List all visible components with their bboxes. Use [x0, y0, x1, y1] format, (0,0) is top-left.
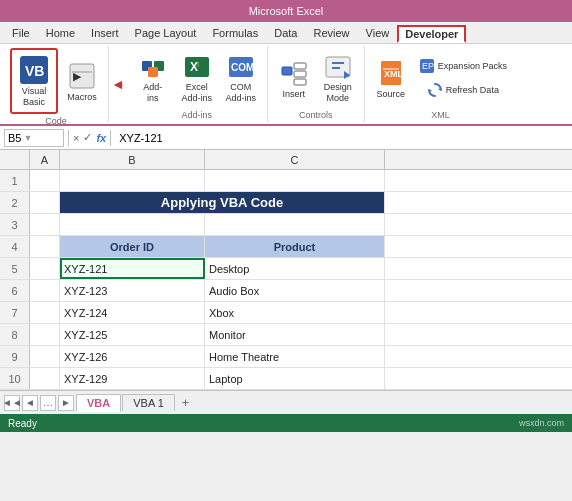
- cell-ref-dropdown[interactable]: ▼: [23, 133, 32, 143]
- menu-home[interactable]: Home: [38, 25, 83, 41]
- watermark-text: wsxdn.com: [519, 418, 564, 428]
- cell-c8[interactable]: Monitor: [205, 324, 385, 345]
- menu-view[interactable]: View: [358, 25, 398, 41]
- svg-rect-7: [148, 67, 158, 77]
- cell-a9[interactable]: [30, 346, 60, 367]
- menu-review[interactable]: Review: [305, 25, 357, 41]
- cell-b3[interactable]: [60, 214, 205, 235]
- status-bar: Ready wsxdn.com: [0, 414, 572, 432]
- menu-developer[interactable]: Developer: [397, 25, 466, 43]
- excel-addins-icon: X !: [181, 52, 213, 82]
- addins-button[interactable]: Add-ins: [133, 49, 173, 107]
- row-num-3: 3: [0, 214, 30, 235]
- menu-formulas[interactable]: Formulas: [204, 25, 266, 41]
- row-7: 7 XYZ-124 Xbox: [0, 302, 572, 324]
- cell-c1[interactable]: [205, 170, 385, 191]
- cell-b5[interactable]: XYZ-121: [60, 258, 205, 279]
- cell-b10[interactable]: XYZ-129: [60, 368, 205, 389]
- expansion-packs-button[interactable]: EP Expansion Packs: [415, 55, 510, 77]
- col-header-c: C: [205, 150, 385, 169]
- cell-c3[interactable]: [205, 214, 385, 235]
- ribbon-xml-group: XML Source EP Expansion Packs: [365, 46, 516, 122]
- formula-confirm-icon[interactable]: ✓: [83, 131, 92, 144]
- row-9: 9 XYZ-126 Home Theatre: [0, 346, 572, 368]
- cell-b6[interactable]: XYZ-123: [60, 280, 205, 301]
- excel-addins-button[interactable]: X ! ExcelAdd-ins: [177, 49, 217, 107]
- tab-nav-ellipsis[interactable]: …: [40, 395, 56, 411]
- excel-addins-label: ExcelAdd-ins: [182, 82, 213, 104]
- insert-function-icon[interactable]: fx: [96, 132, 106, 144]
- ribbon-controls-items: Insert DesignMode: [274, 48, 358, 108]
- cell-a6[interactable]: [30, 280, 60, 301]
- cell-b7[interactable]: XYZ-124: [60, 302, 205, 323]
- refresh-data-label: Refresh Data: [446, 85, 499, 95]
- refresh-data-button[interactable]: Refresh Data: [415, 79, 510, 101]
- menu-file[interactable]: File: [4, 25, 38, 41]
- design-mode-button[interactable]: DesignMode: [318, 49, 358, 107]
- cell-a5[interactable]: [30, 258, 60, 279]
- insert-label: Insert: [283, 89, 306, 100]
- cell-b8[interactable]: XYZ-125: [60, 324, 205, 345]
- cell-c7[interactable]: Xbox: [205, 302, 385, 323]
- arrow-left-icon: ◄: [111, 76, 125, 92]
- design-mode-label: DesignMode: [324, 82, 352, 104]
- source-label: Source: [377, 89, 406, 100]
- cell-a7[interactable]: [30, 302, 60, 323]
- expansion-packs-label: Expansion Packs: [438, 61, 507, 71]
- svg-text:EP: EP: [422, 61, 434, 71]
- menu-page-layout[interactable]: Page Layout: [127, 25, 205, 41]
- cell-a4[interactable]: [30, 236, 60, 257]
- ribbon-xml-items: XML Source EP Expansion Packs: [371, 48, 510, 108]
- cell-a8[interactable]: [30, 324, 60, 345]
- arrow-indicator: ◄: [109, 46, 127, 122]
- formula-divider: [68, 130, 69, 146]
- header-order-id[interactable]: Order ID: [60, 236, 205, 257]
- com-addins-button[interactable]: COM COMAdd-ins: [221, 49, 261, 107]
- title-bar: Microsoft Excel: [0, 0, 572, 22]
- insert-icon: [278, 57, 310, 89]
- row-2: 2 Applying VBA Code: [0, 192, 572, 214]
- cell-a1[interactable]: [30, 170, 60, 191]
- header-product[interactable]: Product: [205, 236, 385, 257]
- source-icon: XML: [375, 57, 407, 89]
- insert-button[interactable]: Insert: [274, 49, 314, 107]
- addins-icon: [137, 52, 169, 82]
- macros-button[interactable]: ▶ Macros: [62, 52, 102, 110]
- cell-c5[interactable]: Desktop: [205, 258, 385, 279]
- cell-c9[interactable]: Home Theatre: [205, 346, 385, 367]
- tab-nav-first[interactable]: ◄◄: [4, 395, 20, 411]
- title-cell[interactable]: Applying VBA Code: [60, 192, 385, 213]
- ribbon: VB VisualBasic ▶ Macros Code: [0, 44, 572, 126]
- sheet-tab-vba[interactable]: VBA: [76, 394, 121, 412]
- status-ready: Ready: [8, 418, 37, 429]
- ribbon-code-items: VB VisualBasic ▶ Macros: [10, 48, 102, 114]
- formula-cancel-icon[interactable]: ×: [73, 132, 79, 144]
- tab-nav-next[interactable]: ►: [58, 395, 74, 411]
- design-mode-icon: [322, 52, 354, 82]
- row-num-7: 7: [0, 302, 30, 323]
- tab-nav-prev[interactable]: ◄: [22, 395, 38, 411]
- add-sheet-button[interactable]: +: [176, 393, 196, 412]
- col-header-a: A: [30, 150, 60, 169]
- menu-insert[interactable]: Insert: [83, 25, 127, 41]
- addins-label: Add-ins: [143, 82, 162, 104]
- svg-rect-14: [294, 63, 306, 69]
- com-addins-icon: COM: [225, 52, 257, 82]
- cell-a10[interactable]: [30, 368, 60, 389]
- svg-text:COM: COM: [231, 62, 254, 73]
- sheet-tab-vba1[interactable]: VBA 1: [122, 394, 175, 411]
- col-header-b: B: [60, 150, 205, 169]
- cell-c6[interactable]: Audio Box: [205, 280, 385, 301]
- cell-b9[interactable]: XYZ-126: [60, 346, 205, 367]
- visual-basic-icon: VB: [18, 54, 50, 86]
- source-button[interactable]: XML Source: [371, 49, 411, 107]
- cell-b1[interactable]: [60, 170, 205, 191]
- svg-text:VB: VB: [25, 63, 44, 79]
- cell-c10[interactable]: Laptop: [205, 368, 385, 389]
- cell-a2[interactable]: [30, 192, 60, 213]
- menu-data[interactable]: Data: [266, 25, 305, 41]
- cell-a3[interactable]: [30, 214, 60, 235]
- visual-basic-button[interactable]: VB VisualBasic: [14, 52, 54, 110]
- cell-reference-box[interactable]: B5 ▼: [4, 129, 64, 147]
- vb-highlighted-box: VB VisualBasic: [10, 48, 58, 114]
